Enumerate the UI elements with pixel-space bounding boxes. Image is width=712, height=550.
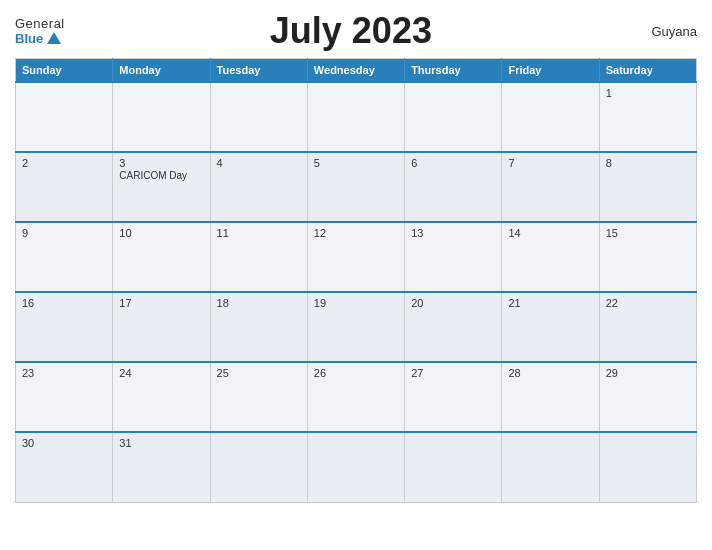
calendar-cell: 5 [307, 152, 404, 222]
day-number: 6 [411, 157, 495, 169]
calendar-cell: 15 [599, 222, 696, 292]
calendar-cell: 9 [16, 222, 113, 292]
calendar-cell: 22 [599, 292, 696, 362]
day-number: 8 [606, 157, 690, 169]
calendar-cell [307, 432, 404, 502]
day-number: 18 [217, 297, 301, 309]
calendar-week-4: 16171819202122 [16, 292, 697, 362]
calendar-cell: 28 [502, 362, 599, 432]
calendar-cell: 29 [599, 362, 696, 432]
calendar-cell: 18 [210, 292, 307, 362]
day-number: 31 [119, 437, 203, 449]
logo-blue-text: Blue [15, 31, 61, 46]
calendar-cell: 19 [307, 292, 404, 362]
calendar-cell: 14 [502, 222, 599, 292]
day-number: 29 [606, 367, 690, 379]
day-number: 11 [217, 227, 301, 239]
calendar-cell [113, 82, 210, 152]
calendar-cell: 12 [307, 222, 404, 292]
calendar-cell: 17 [113, 292, 210, 362]
calendar-title: July 2023 [65, 10, 637, 52]
day-number: 27 [411, 367, 495, 379]
day-number: 2 [22, 157, 106, 169]
calendar-cell: 25 [210, 362, 307, 432]
calendar-page: General Blue July 2023 Guyana Sunday Mon… [0, 0, 712, 550]
day-number: 15 [606, 227, 690, 239]
calendar-cell: 24 [113, 362, 210, 432]
day-event: CARICOM Day [119, 170, 187, 181]
calendar-cell [16, 82, 113, 152]
calendar-cell: 23 [16, 362, 113, 432]
day-number: 13 [411, 227, 495, 239]
day-number: 5 [314, 157, 398, 169]
calendar-body: 123CARICOM Day45678910111213141516171819… [16, 82, 697, 502]
calendar-cell: 4 [210, 152, 307, 222]
calendar-cell: 2 [16, 152, 113, 222]
calendar-cell [210, 82, 307, 152]
calendar-cell [502, 432, 599, 502]
col-tuesday: Tuesday [210, 59, 307, 83]
day-number: 3 [119, 157, 203, 169]
calendar-cell: 16 [16, 292, 113, 362]
calendar-cell: 3CARICOM Day [113, 152, 210, 222]
calendar-week-6: 3031 [16, 432, 697, 502]
logo-triangle-icon [47, 32, 61, 44]
calendar-week-1: 1 [16, 82, 697, 152]
day-number: 12 [314, 227, 398, 239]
calendar-cell: 1 [599, 82, 696, 152]
day-number: 26 [314, 367, 398, 379]
calendar-cell: 27 [405, 362, 502, 432]
col-saturday: Saturday [599, 59, 696, 83]
calendar-cell: 26 [307, 362, 404, 432]
calendar-cell [405, 82, 502, 152]
calendar-cell [210, 432, 307, 502]
calendar-cell: 6 [405, 152, 502, 222]
day-number: 9 [22, 227, 106, 239]
calendar-cell: 10 [113, 222, 210, 292]
day-number: 16 [22, 297, 106, 309]
col-monday: Monday [113, 59, 210, 83]
calendar-header: General Blue July 2023 Guyana [15, 10, 697, 52]
calendar-week-3: 9101112131415 [16, 222, 697, 292]
day-number: 17 [119, 297, 203, 309]
day-number: 25 [217, 367, 301, 379]
calendar-cell [502, 82, 599, 152]
day-number: 30 [22, 437, 106, 449]
day-number: 22 [606, 297, 690, 309]
day-number: 21 [508, 297, 592, 309]
day-number: 4 [217, 157, 301, 169]
calendar-cell: 11 [210, 222, 307, 292]
calendar-cell [405, 432, 502, 502]
day-number: 14 [508, 227, 592, 239]
day-number: 7 [508, 157, 592, 169]
day-number: 1 [606, 87, 690, 99]
calendar-cell: 30 [16, 432, 113, 502]
day-number: 20 [411, 297, 495, 309]
logo-general-text: General [15, 16, 65, 31]
calendar-cell: 21 [502, 292, 599, 362]
calendar-cell: 20 [405, 292, 502, 362]
country-label: Guyana [637, 24, 697, 39]
day-number: 24 [119, 367, 203, 379]
col-thursday: Thursday [405, 59, 502, 83]
calendar-cell: 13 [405, 222, 502, 292]
calendar-week-5: 23242526272829 [16, 362, 697, 432]
col-wednesday: Wednesday [307, 59, 404, 83]
col-sunday: Sunday [16, 59, 113, 83]
day-number: 19 [314, 297, 398, 309]
calendar-week-2: 23CARICOM Day45678 [16, 152, 697, 222]
calendar-cell [307, 82, 404, 152]
day-number: 10 [119, 227, 203, 239]
calendar-cell: 7 [502, 152, 599, 222]
col-friday: Friday [502, 59, 599, 83]
calendar-cell: 31 [113, 432, 210, 502]
day-number: 28 [508, 367, 592, 379]
logo: General Blue [15, 16, 65, 46]
day-number: 23 [22, 367, 106, 379]
calendar-cell [599, 432, 696, 502]
calendar-cell: 8 [599, 152, 696, 222]
calendar-header-row: Sunday Monday Tuesday Wednesday Thursday… [16, 59, 697, 83]
calendar-table: Sunday Monday Tuesday Wednesday Thursday… [15, 58, 697, 503]
